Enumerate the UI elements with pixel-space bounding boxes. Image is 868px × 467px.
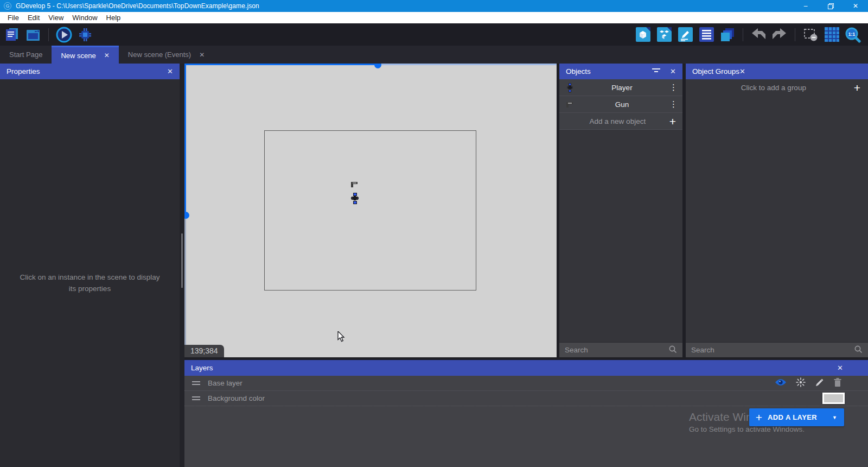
layer-row-background-color[interactable]: Background color [184,391,868,406]
properties-panel-header: Properties ✕ [0,64,180,79]
search-icon [668,345,677,356]
project-manager-icon[interactable] [3,26,21,43]
properties-panel: Properties ✕ Click on an instance in the… [0,64,180,467]
menu-file[interactable]: File [3,14,23,22]
background-color-swatch[interactable] [822,393,845,404]
tab-label: Start Page [9,51,42,59]
toolbar-separator [795,28,795,41]
object-row-player[interactable]: Player ⋮ [559,79,682,96]
layer-effects-icon[interactable] [796,377,806,389]
menu-edit[interactable]: Edit [23,14,44,22]
filter-icon[interactable] [652,67,660,75]
redo-icon[interactable] [771,26,788,43]
menu-view[interactable]: View [44,14,68,22]
layer-name: Background color [208,394,265,402]
show-objects-panel-icon[interactable] [634,26,652,43]
objects-panel-body [559,130,682,342]
drag-handle-icon[interactable] [192,396,200,400]
chevron-down-icon[interactable]: ▼ [832,415,837,420]
properties-empty-message: Click on an instance in the scene to dis… [0,272,180,295]
svg-text:1:1: 1:1 [848,31,856,36]
close-icon[interactable]: ✕ [670,67,676,75]
layer-name: Base layer [208,379,242,387]
horizontal-scroll-handle[interactable] [374,64,381,68]
vertical-scroll-handle[interactable] [184,212,189,219]
close-icon[interactable]: ✕ [167,67,173,75]
render-mask-icon[interactable] [802,26,819,43]
objects-search-bar [559,342,682,357]
horizontal-scroll-line [184,64,378,65]
object-menu-icon[interactable]: ⋮ [669,83,677,92]
search-icon [854,345,863,356]
preview-windows-icon[interactable] [24,26,42,43]
tab-new-scene-events[interactable]: New scene (Events) ✕ [119,46,214,64]
object-groups-panel-body [686,96,868,342]
drag-handle-icon[interactable] [192,381,200,385]
object-menu-icon[interactable]: ⋮ [669,99,677,109]
tab-label: New scene [61,52,95,60]
undo-icon[interactable] [750,26,767,43]
show-properties-panel-icon[interactable] [676,26,694,43]
toolbar-separator [48,28,49,41]
layer-actions [775,377,842,389]
object-groups-panel: Object Groups ✕ Click to add a group + [686,64,868,357]
restore-icon [828,3,834,9]
player-object-icon [565,83,575,92]
object-row-gun[interactable]: Gun ⋮ [559,96,682,113]
gun-instance[interactable] [350,180,359,191]
groups-search-input[interactable] [691,346,854,354]
close-icon[interactable]: ✕ [837,364,843,372]
tab-new-scene[interactable]: New scene ✕ [52,46,118,64]
add-new-object-button[interactable]: Add a new object + [559,113,682,130]
add-group-label: Click to add a group [693,84,854,92]
tab-start-page[interactable]: Start Page [0,46,52,64]
object-groups-panel-title: Object Groups [692,67,739,75]
layers-panel-header: Layers ✕ [184,360,868,376]
main-toolbar: 1:1 [0,23,868,46]
objects-panel-title: Objects [566,67,591,75]
add-group-button[interactable]: Click to add a group + [686,79,868,96]
vertical-scroll-line [184,64,186,215]
gdevelop-logo-icon: G [4,2,11,10]
object-name: Player [575,84,669,92]
add-a-layer-button[interactable]: + ADD A LAYER ▼ [749,408,844,426]
layers-panel-icon[interactable] [719,26,736,43]
restore-button[interactable] [818,0,843,12]
edit-layer-pencil-icon[interactable] [815,378,824,389]
layers-panel-title: Layers [191,364,213,372]
editor-tab-bar: Start Page New scene ✕ New scene (Events… [0,46,868,64]
add-a-layer-label: ADD A LAYER [768,413,817,421]
close-tab-icon[interactable]: ✕ [104,52,110,59]
player-instance[interactable] [350,193,359,206]
scrollbar-thumb[interactable] [181,234,183,288]
show-object-groups-panel-icon[interactable] [655,26,673,43]
debug-icon[interactable] [76,26,94,43]
vertical-scroll-line [184,215,186,357]
close-tab-icon[interactable]: ✕ [199,51,205,59]
menu-bar: File Edit View Window Help [0,12,868,23]
minimize-button[interactable]: – [793,0,818,12]
objects-search-input[interactable] [565,346,668,354]
layer-row-base[interactable]: Base layer [184,376,868,391]
game-window-frame [264,130,476,291]
play-preview-icon[interactable] [55,26,73,43]
visibility-eye-icon[interactable] [775,378,787,388]
horizontal-scroll-line [378,64,557,65]
close-window-button[interactable]: ✕ [843,0,868,12]
scene-editor-canvas[interactable]: 139;384 [184,64,557,357]
grid-icon[interactable] [823,26,840,43]
tab-label: New scene (Events) [128,51,191,59]
menu-help[interactable]: Help [102,14,125,22]
plus-icon: + [756,412,762,423]
menu-window[interactable]: Window [68,14,101,22]
objects-panel-header: Objects ✕ [559,64,682,79]
instances-list-icon[interactable] [698,26,715,43]
add-new-object-label: Add a new object [566,117,669,125]
delete-layer-trash-icon[interactable] [833,377,842,389]
plus-icon: + [854,82,860,93]
zoom-original-icon[interactable]: 1:1 [844,26,861,43]
close-icon[interactable]: ✕ [739,67,745,75]
properties-panel-title: Properties [7,67,40,75]
title-bar: G GDevelop 5 - C:\Users\Sparkle\OneDrive… [0,0,868,12]
plus-icon: + [669,116,676,127]
